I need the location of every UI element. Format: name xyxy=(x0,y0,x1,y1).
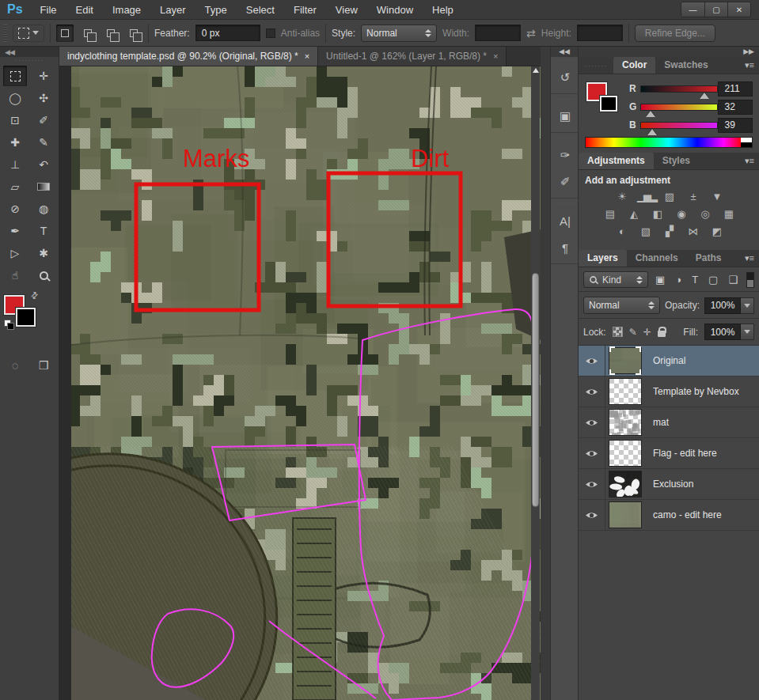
fill-control[interactable]: 100% xyxy=(704,324,754,340)
adjustment-layer-filter-icon[interactable]: ◑ xyxy=(675,274,681,286)
layer-row[interactable]: mat xyxy=(579,407,759,438)
scroll-up-icon[interactable] xyxy=(533,68,539,73)
close-tab-icon[interactable]: × xyxy=(305,51,309,61)
new-selection-button[interactable] xyxy=(56,25,74,42)
tab-styles[interactable]: Styles xyxy=(654,153,699,169)
color-spectrum-ramp[interactable] xyxy=(585,137,753,148)
background-color-well[interactable] xyxy=(600,96,617,112)
document-tab[interactable]: Untitled-1 @ 162% (Layer 1, RGB/8) *× xyxy=(318,47,507,66)
menu-select[interactable]: Select xyxy=(237,2,284,17)
layer-name[interactable]: Exclusion xyxy=(653,479,693,490)
layer-row[interactable]: Template by Nevbox xyxy=(579,376,759,407)
shape-layer-filter-icon[interactable]: ▢ xyxy=(708,274,718,286)
feather-input[interactable]: 0 px xyxy=(195,25,260,41)
properties-panel-icon[interactable]: ▣ xyxy=(551,103,579,130)
panel-dock-expand[interactable]: ▶▶ xyxy=(579,47,759,57)
intersect-selection-button[interactable] xyxy=(125,25,142,42)
filter-toggle-switch[interactable] xyxy=(746,272,754,288)
opacity-value[interactable]: 100% xyxy=(704,297,741,314)
menu-layer[interactable]: Layer xyxy=(150,2,195,17)
rectangular-marquee-tool[interactable] xyxy=(3,66,27,86)
posterize-icon[interactable]: ▧ xyxy=(637,225,653,238)
custom-shape-tool[interactable]: ✱ xyxy=(32,243,55,263)
gradient-tool[interactable] xyxy=(32,176,55,197)
photo-filter-icon[interactable]: ◉ xyxy=(673,208,689,221)
channel-slider-r[interactable] xyxy=(640,85,719,93)
menu-type[interactable]: Type xyxy=(195,2,237,17)
layer-name[interactable]: Template by Nevbox xyxy=(653,386,739,397)
menu-image[interactable]: Image xyxy=(103,2,150,17)
vibrance-icon[interactable]: ▼ xyxy=(708,191,724,203)
tab-adjustments[interactable]: Adjustments xyxy=(579,153,654,169)
close-button[interactable]: ✕ xyxy=(727,2,750,17)
brush-tool[interactable]: ✎ xyxy=(32,132,55,153)
layer-name[interactable]: Original xyxy=(653,355,685,366)
layer-row[interactable]: Exclusion xyxy=(579,469,759,500)
spectrum-end-swatches[interactable] xyxy=(741,138,752,147)
blend-mode-dropdown[interactable]: Normal xyxy=(583,297,660,314)
channel-value[interactable]: 39 xyxy=(718,118,753,133)
zoom-tool[interactable] xyxy=(32,265,55,286)
hue-saturation-icon[interactable]: ▤ xyxy=(602,208,617,221)
menu-filter[interactable]: Filter xyxy=(284,2,326,17)
type-tool[interactable]: T xyxy=(32,221,55,241)
panel-menu-icon[interactable]: ▾≡ xyxy=(745,156,754,166)
document-tab[interactable]: indyclothing template.psd @ 90.2% (Origi… xyxy=(59,47,318,66)
add-to-selection-button[interactable] xyxy=(79,25,97,42)
slider-thumb[interactable] xyxy=(700,93,709,99)
slider-thumb[interactable] xyxy=(647,129,657,135)
default-colors-icon[interactable] xyxy=(4,320,14,329)
layer-row[interactable]: Original xyxy=(579,346,759,376)
sponge-tool[interactable]: ◍ xyxy=(32,199,55,219)
exposure-icon[interactable]: ± xyxy=(685,191,700,203)
fill-dropdown-button[interactable] xyxy=(741,324,754,340)
gradient-map-icon[interactable]: ⋈ xyxy=(685,225,700,238)
selective-color-icon[interactable]: ◩ xyxy=(708,225,724,238)
invert-icon[interactable]: ◐ xyxy=(613,225,629,238)
fill-value[interactable]: 100% xyxy=(704,324,741,340)
lock-all-icon[interactable] xyxy=(658,331,666,337)
canvas[interactable]: Marks Dirt xyxy=(59,66,541,700)
color-lookup-icon[interactable]: ▦ xyxy=(720,208,736,221)
clone-stamp-tool[interactable]: ⊥ xyxy=(3,154,27,175)
eraser-tool[interactable]: ▱ xyxy=(3,176,27,197)
threshold-icon[interactable]: ▞ xyxy=(661,225,677,238)
slider-thumb[interactable] xyxy=(646,111,655,117)
pixel-layer-filter-icon[interactable]: ▣ xyxy=(655,274,665,286)
close-tab-icon[interactable]: × xyxy=(493,51,498,61)
layer-visibility-toggle[interactable] xyxy=(579,376,605,407)
layer-name[interactable]: Flag - edit here xyxy=(653,448,717,459)
quick-selection-tool[interactable]: ✣ xyxy=(32,88,55,108)
paragraph-panel-icon[interactable]: ¶ xyxy=(551,234,579,261)
tab-paths[interactable]: Paths xyxy=(687,250,731,267)
tab-channels[interactable]: Channels xyxy=(627,250,687,267)
tools-panel-collapse[interactable]: ◀◀ xyxy=(0,47,59,57)
subtract-from-selection-button[interactable] xyxy=(102,25,120,42)
layer-thumbnail[interactable] xyxy=(607,469,643,499)
menu-file[interactable]: File xyxy=(31,2,66,17)
layer-row[interactable]: Flag - edit here xyxy=(579,438,759,469)
opacity-control[interactable]: 100% xyxy=(704,297,754,314)
hand-tool[interactable]: ☝ xyxy=(3,265,27,286)
menu-help[interactable]: Help xyxy=(423,2,463,17)
swap-colors-icon[interactable]: ⇄ xyxy=(28,289,41,302)
layer-visibility-toggle[interactable] xyxy=(579,469,605,499)
layer-thumbnail[interactable] xyxy=(607,500,643,530)
pen-tool[interactable]: ✒ xyxy=(3,221,27,241)
character-panel-icon[interactable]: A| xyxy=(551,207,579,234)
tab-layers[interactable]: Layers xyxy=(579,250,627,267)
maximize-button[interactable]: ▢ xyxy=(704,2,727,17)
lock-transparency-icon[interactable] xyxy=(613,327,623,337)
channel-mixer-icon[interactable]: ◎ xyxy=(696,208,712,221)
layer-row[interactable]: camo - edit here xyxy=(579,500,759,531)
history-brush-tool[interactable]: ↶ xyxy=(32,154,55,175)
menu-view[interactable]: View xyxy=(326,2,367,17)
history-panel-icon[interactable]: ↺ xyxy=(551,64,579,91)
channel-slider-g[interactable] xyxy=(640,104,719,111)
layer-thumbnail[interactable] xyxy=(607,438,643,468)
color-balance-icon[interactable]: ◭ xyxy=(625,208,641,221)
anti-alias-checkbox[interactable] xyxy=(266,28,275,38)
tool-preset-picker[interactable] xyxy=(13,25,44,42)
brightness-contrast-icon[interactable]: ☀ xyxy=(613,191,629,203)
width-input[interactable] xyxy=(475,25,521,41)
